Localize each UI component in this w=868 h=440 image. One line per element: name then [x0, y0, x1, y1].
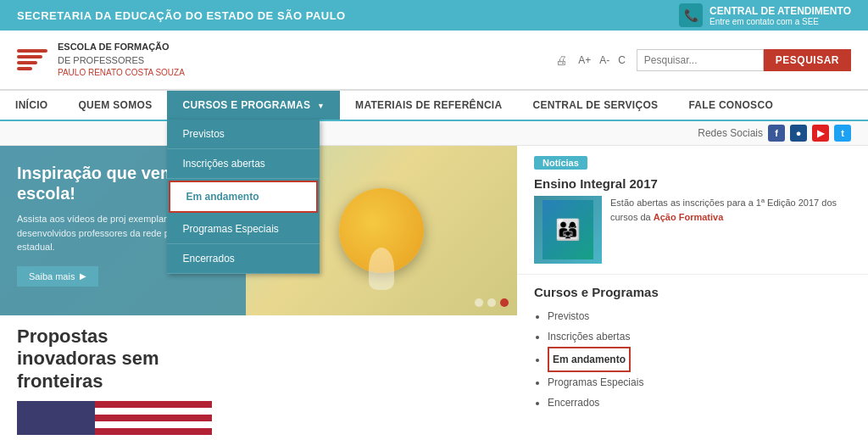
proposals-title: Propostas inovadoras sem fronteiras: [17, 326, 212, 393]
hero-button[interactable]: Saiba mais ▶: [17, 266, 98, 287]
courses-link-inscricoes[interactable]: Inscrições abertas: [548, 331, 630, 343]
facebook-icon[interactable]: f: [768, 125, 785, 142]
logo-line-1: [17, 49, 47, 53]
flag-stripes: [17, 401, 212, 440]
logo-area: ESCOLA DE FORMAÇÃO DE PROFESSORES PAULO …: [17, 41, 185, 79]
central-contact-text: CENTRAL DE ATENDIMENTO Entre em contato …: [709, 5, 851, 26]
courses-sidebar: Cursos e Programas Previstos Inscrições …: [517, 275, 868, 438]
nav-link-fale[interactable]: FALE CONOSCO: [673, 91, 788, 120]
nav-item-quem-somos[interactable]: QUEM SOMOS: [63, 91, 167, 120]
courses-item-em-andamento[interactable]: Em andamento: [548, 347, 851, 372]
news-badge: Notícias: [534, 156, 587, 170]
news-thumb-icon: 👨‍👩‍👧: [555, 218, 581, 242]
twitter-icon[interactable]: t: [834, 125, 851, 142]
hero-btn-arrow-icon: ▶: [80, 271, 86, 281]
proposals-image: [17, 401, 212, 440]
hero-dot-3[interactable]: [500, 298, 509, 307]
bottom-left-area: Propostas inovadoras sem fronteiras: [0, 315, 517, 440]
active-item-box: Em andamento: [548, 347, 631, 372]
logo-graphic: [17, 49, 47, 70]
nav-link-materiais[interactable]: MATERIAIS DE REFERÊNCIA: [340, 91, 517, 120]
print-icon[interactable]: 🖨: [555, 53, 567, 67]
top-bar: SECRETARIA DA EDUCAÇÃO DO ESTADO DE SÃO …: [0, 0, 868, 31]
courses-link-em-andamento[interactable]: Em andamento: [553, 354, 626, 365]
logo-text: ESCOLA DE FORMAÇÃO DE PROFESSORES PAULO …: [58, 41, 185, 79]
font-controls: A+ A- C: [576, 53, 628, 68]
news-text: Estão abertas as inscrições para a 1ª Ed…: [610, 196, 851, 264]
school-line3: PAULO RENATO COSTA SOUZA: [58, 67, 185, 79]
nav-item-central[interactable]: CENTRAL DE SERVIÇOS: [517, 91, 673, 120]
content-area: Inspiração que vem da escola! Assista ao…: [0, 146, 868, 438]
header-right: 🖨 A+ A- C PESQUISAR: [555, 49, 851, 71]
font-decrease[interactable]: A-: [597, 53, 612, 68]
logo-line-4: [17, 67, 32, 70]
dropdown-em-andamento[interactable]: Em andamento: [169, 181, 318, 213]
hero-btn-label: Saiba mais: [29, 271, 75, 281]
bulb-sketch: [369, 248, 394, 290]
logo-line-2: [17, 55, 42, 58]
cursos-dropdown: Previstos Inscrições abertas Em andament…: [167, 120, 320, 274]
nav-link-quem-somos[interactable]: QUEM SOMOS: [63, 91, 167, 120]
dropdown-programas-especiais[interactable]: Programas Especiais: [167, 214, 320, 244]
main-nav: INÍCIO QUEM SOMOS CURSOS E PROGRAMAS ▼ P…: [0, 90, 868, 121]
youtube-icon[interactable]: ▶: [812, 125, 829, 142]
courses-list: Previstos Inscrições abertas Em andament…: [534, 306, 851, 413]
hero-dot-1[interactable]: [475, 298, 483, 307]
right-column: Notícias Ensino Integral 2017 👨‍👩‍👧 Estã…: [517, 146, 868, 438]
news-image: 👨‍👩‍👧: [534, 196, 602, 264]
orkut-icon[interactable]: ●: [790, 125, 807, 142]
dropdown-encerrados[interactable]: Encerrados: [167, 244, 320, 274]
site-header: ESCOLA DE FORMAÇÃO DE PROFESSORES PAULO …: [0, 31, 868, 90]
search-button[interactable]: PESQUISAR: [764, 49, 851, 71]
topbar-state: EDUCAÇÃO DO ESTADO DE SÃO PAULO: [115, 9, 346, 22]
flag-canton: [17, 401, 95, 435]
nav-link-central[interactable]: CENTRAL DE SERVIÇOS: [517, 91, 673, 120]
dropdown-arrow-icon: ▼: [317, 102, 325, 110]
central-title: CENTRAL DE ATENDIMENTO: [709, 5, 851, 17]
nav-item-cursos[interactable]: CURSOS E PROGRAMAS ▼ Previstos Inscriçõe…: [167, 91, 340, 120]
courses-item-encerrados[interactable]: Encerrados: [548, 393, 851, 413]
logo-line-3: [17, 61, 37, 64]
proposals-section: Propostas inovadoras sem fronteiras: [17, 326, 229, 440]
search-input[interactable]: [637, 49, 764, 71]
news-content: 👨‍👩‍👧 Estão abertas as inscrições para a…: [534, 196, 851, 264]
nav-item-materiais[interactable]: MATERIAIS DE REFERÊNCIA: [340, 91, 517, 120]
font-contrast[interactable]: C: [615, 53, 628, 68]
dropdown-previstos[interactable]: Previstos: [167, 120, 320, 149]
social-bar: Redes Sociais f ● ▶ t: [0, 121, 868, 146]
top-bar-contact: 📞 CENTRAL DE ATENDIMENTO Entre em contat…: [679, 3, 851, 27]
courses-link-especiais[interactable]: Programas Especiais: [548, 376, 643, 388]
nav-item-inicio[interactable]: INÍCIO: [0, 91, 63, 120]
topbar-secretaria: SECRETARIA DA: [17, 9, 115, 22]
nav-list: INÍCIO QUEM SOMOS CURSOS E PROGRAMAS ▼ P…: [0, 91, 868, 120]
news-title: Ensino Integral 2017: [534, 176, 851, 191]
news-highlight: Ação Formativa: [654, 212, 724, 222]
nav-item-fale[interactable]: FALE CONOSCO: [673, 91, 788, 120]
courses-link-encerrados[interactable]: Encerrados: [548, 397, 599, 409]
courses-item-previstos[interactable]: Previstos: [548, 306, 851, 326]
nav-link-inicio[interactable]: INÍCIO: [0, 91, 63, 120]
school-line2: DE PROFESSORES: [58, 54, 185, 67]
top-bar-title: SECRETARIA DA EDUCAÇÃO DO ESTADO DE SÃO …: [17, 9, 346, 22]
phone-icon: 📞: [679, 3, 703, 27]
social-label: Redes Sociais: [698, 127, 763, 139]
font-increase[interactable]: A+: [576, 53, 593, 68]
news-body: Estão abertas as inscrições para a 1ª Ed…: [610, 198, 837, 222]
page-wrapper: SECRETARIA DA EDUCAÇÃO DO ESTADO DE SÃO …: [0, 0, 868, 440]
yarn-area: [339, 188, 424, 273]
nav-cursos-label: CURSOS E PROGRAMAS: [182, 99, 310, 111]
news-thumb: 👨‍👩‍👧: [542, 200, 593, 259]
hero-dot-2[interactable]: [487, 298, 496, 307]
central-subtitle: Entre em contato com a SEE: [709, 17, 851, 26]
hero-dots: [475, 298, 509, 307]
search-box: PESQUISAR: [637, 49, 851, 71]
dropdown-inscricoes[interactable]: Inscrições abertas: [167, 149, 320, 179]
courses-title: Cursos e Programas: [534, 285, 851, 299]
courses-item-especiais[interactable]: Programas Especiais: [548, 372, 851, 393]
courses-link-previstos[interactable]: Previstos: [548, 310, 589, 322]
nav-link-cursos[interactable]: CURSOS E PROGRAMAS ▼: [167, 91, 340, 120]
news-section: Notícias Ensino Integral 2017 👨‍👩‍👧 Estã…: [517, 146, 868, 275]
courses-item-inscricoes[interactable]: Inscrições abertas: [548, 326, 851, 347]
school-line1: ESCOLA DE FORMAÇÃO: [58, 41, 185, 53]
